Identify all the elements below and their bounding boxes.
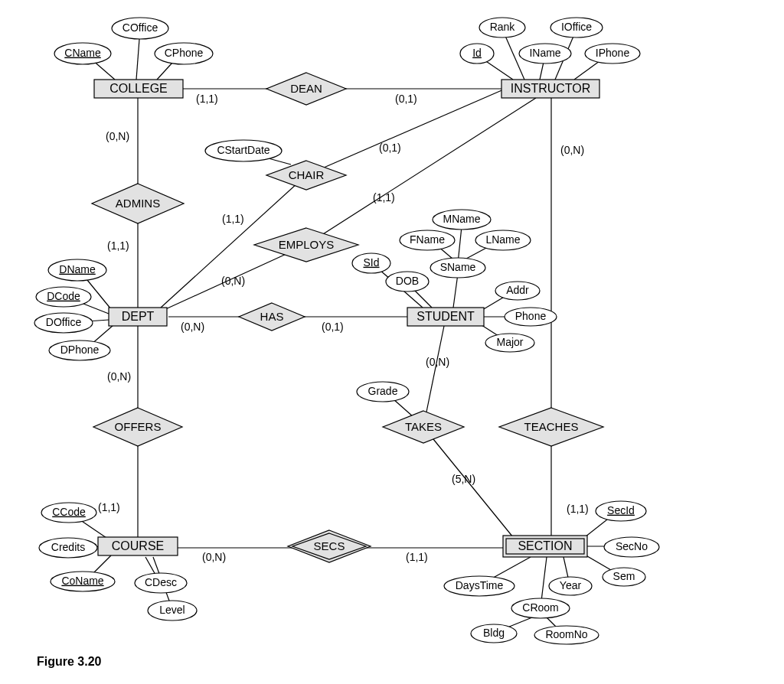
card-dept-has: (0,N) xyxy=(181,321,204,333)
svg-text:DPhone: DPhone xyxy=(60,344,100,356)
svg-text:DOB: DOB xyxy=(396,275,419,287)
attr-sem: Sem xyxy=(603,568,645,586)
svg-text:Addr: Addr xyxy=(506,284,529,296)
card-instructor-dean: (0,1) xyxy=(395,93,417,105)
attr-dname: DName xyxy=(48,259,106,281)
attr-iphone: IPhone xyxy=(585,44,640,64)
svg-text:CDesc: CDesc xyxy=(145,576,177,588)
svg-text:SName: SName xyxy=(440,261,476,273)
svg-text:Grade: Grade xyxy=(368,385,398,397)
svg-text:CHAIR: CHAIR xyxy=(289,168,325,181)
svg-text:Phone: Phone xyxy=(515,310,547,322)
entity-college: COLLEGE xyxy=(94,80,183,98)
card-section-secs: (1,1) xyxy=(406,551,428,563)
attr-secid: SecId xyxy=(596,501,646,521)
attr-major: Major xyxy=(485,334,534,352)
entity-section: SECTION xyxy=(503,536,587,557)
svg-text:IName: IName xyxy=(529,47,560,59)
svg-text:DEPT: DEPT xyxy=(122,310,155,323)
svg-text:CoName: CoName xyxy=(61,575,103,587)
attr-grade: Grade xyxy=(357,382,409,402)
svg-text:CStartDate: CStartDate xyxy=(217,144,270,156)
svg-text:Sem: Sem xyxy=(613,570,635,582)
attr-sname: SName xyxy=(430,258,485,278)
svg-text:Bldg: Bldg xyxy=(483,627,505,639)
svg-text:LName: LName xyxy=(485,233,520,246)
attr-secno: SecNo xyxy=(604,537,659,557)
svg-text:MName: MName xyxy=(443,213,480,225)
attr-coffice: COffice xyxy=(112,18,168,39)
svg-text:DName: DName xyxy=(59,263,96,275)
edge-instructor-employs-a xyxy=(306,98,536,245)
card-section-takes: (5,N) xyxy=(452,473,475,485)
attr-ioffice: IOffice xyxy=(550,18,603,37)
rel-has: HAS xyxy=(239,303,305,331)
entity-instructor: INSTRUCTOR xyxy=(501,80,599,98)
svg-text:COffice: COffice xyxy=(122,21,158,34)
attr-cstartdate: CStartDate xyxy=(205,140,282,161)
svg-text:Level: Level xyxy=(159,604,185,616)
attr-iname: IName xyxy=(519,44,571,64)
svg-text:RoomNo: RoomNo xyxy=(545,628,587,640)
attr-credits: Credits xyxy=(39,538,97,558)
svg-line-15 xyxy=(453,274,458,308)
card-instructor-chair: (0,1) xyxy=(379,142,401,154)
svg-text:SECTION: SECTION xyxy=(518,539,572,552)
svg-text:IPhone: IPhone xyxy=(596,47,630,59)
card-college-admins: (0,N) xyxy=(106,130,129,142)
attr-cdesc: CDesc xyxy=(135,573,187,593)
svg-text:Id: Id xyxy=(472,47,482,59)
svg-text:SecId: SecId xyxy=(607,504,635,516)
card-course-secs: (0,N) xyxy=(202,551,226,563)
attr-bldg: Bldg xyxy=(471,624,517,643)
card-dept-employs: (0,N) xyxy=(221,275,245,287)
rel-offers: OFFERS xyxy=(93,408,182,446)
svg-text:HAS: HAS xyxy=(260,310,284,323)
svg-text:FName: FName xyxy=(410,233,445,246)
attr-rank: Rank xyxy=(479,18,525,37)
attr-id: Id xyxy=(460,44,494,64)
attr-year: Year xyxy=(549,577,592,595)
attr-dcode: DCode xyxy=(36,287,91,307)
svg-text:DaysTime: DaysTime xyxy=(456,579,504,591)
attr-roomno: RoomNo xyxy=(534,626,599,644)
entity-course: COURSE xyxy=(98,537,178,555)
svg-text:STUDENT: STUDENT xyxy=(416,310,475,323)
card-dept-chair: (1,1) xyxy=(222,213,244,225)
attr-ccode: CCode xyxy=(41,503,96,523)
svg-text:Major: Major xyxy=(496,336,523,348)
er-diagram: COLLEGE INSTRUCTOR DEPT STUDENT COURSE S… xyxy=(0,0,784,684)
entity-dept: DEPT xyxy=(109,308,167,326)
svg-text:CName: CName xyxy=(64,47,101,59)
card-student-takes: (0,N) xyxy=(426,356,449,368)
card-instructor-employs: (1,1) xyxy=(373,191,395,204)
card-college-dean: (1,1) xyxy=(196,93,218,105)
svg-text:COURSE: COURSE xyxy=(112,539,164,552)
attr-doffice: DOffice xyxy=(34,313,93,333)
svg-text:SId: SId xyxy=(363,256,379,269)
attr-sid: SId xyxy=(352,253,390,273)
attr-dphone: DPhone xyxy=(49,340,110,360)
svg-text:COLLEGE: COLLEGE xyxy=(109,82,168,95)
svg-text:EMPLOYS: EMPLOYS xyxy=(279,238,335,251)
attr-daystime: DaysTime xyxy=(444,576,514,596)
rel-employs: EMPLOYS xyxy=(254,228,358,262)
rel-dean: DEAN xyxy=(266,73,346,105)
attr-lname: LName xyxy=(475,230,531,250)
svg-text:TEACHES: TEACHES xyxy=(524,420,579,433)
attr-level: Level xyxy=(148,601,197,620)
figure-caption: Figure 3.20 xyxy=(37,655,101,669)
card-student-has: (0,1) xyxy=(322,321,344,333)
attr-phone: Phone xyxy=(505,308,557,326)
attr-mname: MName xyxy=(433,210,491,230)
svg-text:INSTRUCTOR: INSTRUCTOR xyxy=(511,82,591,95)
svg-text:SecNo: SecNo xyxy=(616,540,648,552)
svg-text:Credits: Credits xyxy=(51,541,85,553)
card-dept-admins: (1,1) xyxy=(107,239,129,252)
attr-cname: CName xyxy=(54,43,111,64)
attr-addr: Addr xyxy=(495,282,540,300)
svg-text:SECS: SECS xyxy=(314,539,345,552)
svg-text:DOffice: DOffice xyxy=(46,316,82,328)
rel-chair: CHAIR xyxy=(266,161,346,190)
attr-dob: DOB xyxy=(386,272,429,292)
